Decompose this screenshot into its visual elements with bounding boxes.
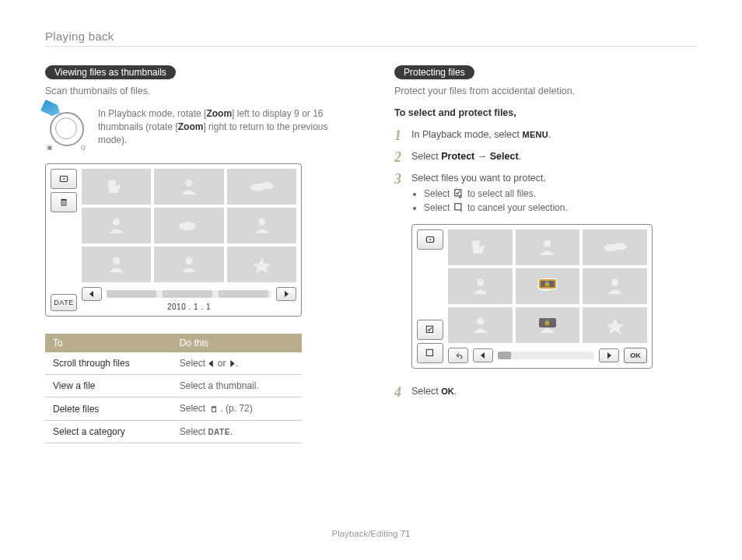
svg-rect-19	[212, 408, 216, 412]
svg-marker-18	[230, 360, 235, 367]
next-page-button[interactable]	[599, 348, 619, 362]
left-column: Viewing files as thumbnails Scan thumbna…	[45, 65, 348, 443]
thumbnail[interactable]	[154, 169, 223, 205]
thumbnail[interactable]	[583, 229, 647, 265]
thumbnail-grid	[82, 169, 296, 282]
next-page-button[interactable]	[276, 287, 296, 301]
deselect-button[interactable]	[417, 343, 443, 363]
trash-icon	[208, 404, 220, 415]
lcd-thumbnails-screen: DATE	[45, 163, 302, 317]
svg-point-30	[612, 243, 626, 250]
thumbnail-grid-protect: 🔒 🔒	[448, 229, 647, 343]
lcd-protect-screen: 🔒 🔒	[411, 224, 653, 369]
table-header-to: To	[45, 334, 172, 352]
thumbnail[interactable]	[516, 229, 580, 265]
svg-point-14	[185, 257, 192, 264]
content-columns: Viewing files as thumbnails Scan thumbna…	[45, 65, 697, 443]
svg-point-31	[477, 279, 484, 286]
deselect-icon	[453, 202, 465, 213]
steps-list: 1 In Playback mode, select MENU. 2 Selec…	[394, 129, 697, 397]
thumbnail[interactable]	[448, 307, 513, 343]
side-spacer	[417, 253, 443, 317]
thumbnail[interactable]	[227, 169, 296, 205]
select-all-icon: All	[453, 188, 465, 199]
scroll-track[interactable]	[498, 352, 594, 359]
side-spacer	[51, 215, 77, 291]
left-lead-text: Scan thumbnails of files.	[45, 86, 348, 96]
svg-point-12	[258, 219, 265, 226]
page-section-header: Playing back	[45, 30, 697, 43]
date-filter-button[interactable]: DATE	[51, 294, 77, 311]
svg-rect-23	[454, 204, 460, 210]
subheading: To select and protect files,	[394, 107, 697, 118]
thumbnail[interactable]	[82, 247, 151, 282]
svg-marker-16	[285, 291, 289, 297]
svg-point-28	[544, 240, 551, 247]
table-row: Delete files Select . (p. 72)	[45, 397, 302, 421]
right-column: Protecting files Protect your files from…	[394, 65, 697, 443]
thumbnail[interactable]	[227, 247, 296, 282]
ok-icon: OK	[441, 387, 454, 396]
thumbnail[interactable]	[448, 268, 513, 304]
cell-do: Select DATE.	[172, 421, 302, 443]
cell-to: Scroll through files	[45, 352, 172, 375]
svg-point-9	[259, 182, 273, 189]
thumbnail[interactable]: 🔒	[516, 307, 580, 343]
svg-rect-27	[426, 349, 432, 355]
lock-badge-selected: 🔒	[539, 279, 556, 289]
select-all-button[interactable]	[417, 320, 443, 340]
scroll-track[interactable]	[107, 290, 271, 298]
thumbnail[interactable]	[583, 307, 647, 343]
lock-badge: 🔒	[539, 318, 556, 327]
prev-page-button[interactable]	[82, 287, 102, 301]
thumbnail[interactable]	[82, 208, 151, 243]
table-row: View a file Select a thumbnail.	[45, 375, 302, 397]
cell-do: Select a thumbnail.	[172, 375, 302, 397]
svg-marker-36	[481, 352, 485, 359]
date-indicator: 2010 . 1 . 1	[82, 303, 296, 311]
table-header-do: Do this	[172, 334, 302, 352]
ok-button[interactable]: OK	[624, 348, 647, 363]
cell-do: Select . (p. 72)	[172, 397, 302, 421]
svg-rect-26	[426, 326, 432, 332]
delete-button[interactable]	[51, 192, 77, 212]
table-row: Select a category Select DATE.	[45, 421, 302, 443]
mode-button[interactable]	[51, 169, 77, 189]
svg-rect-3	[61, 199, 67, 200]
step-3-sub2: Select to cancel your selection.	[424, 202, 697, 213]
thumbnail[interactable]	[82, 169, 151, 205]
svg-point-7	[185, 180, 192, 187]
mode-button[interactable]	[417, 229, 443, 250]
svg-marker-1	[63, 178, 65, 180]
cell-do: Select or .	[172, 352, 302, 375]
page-footer: Playback/Editing 71	[0, 529, 742, 538]
svg-marker-17	[209, 360, 214, 367]
right-lead-text: Protect your files from accidental delet…	[394, 86, 697, 96]
thumbnail[interactable]	[583, 268, 647, 304]
cell-to: Delete files	[45, 397, 172, 421]
zoom-instruction-block: ▣Q In Playback mode, rotate [Zoom] left …	[45, 107, 348, 149]
step-3-sub1: Select All to select all files.	[424, 188, 697, 199]
table-row: Scroll through files Select or .	[45, 352, 302, 375]
svg-point-33	[611, 279, 618, 286]
thumbnail[interactable]	[448, 229, 513, 265]
header-rule	[45, 46, 697, 47]
step-3: 3 Select files you want to protect. Sele…	[394, 173, 697, 369]
actions-table: To Do this Scroll through files Select o…	[45, 334, 302, 443]
thumbnail[interactable]	[154, 247, 223, 282]
zoom-instruction-text: In Playback mode, rotate [Zoom] left to …	[98, 107, 348, 149]
prev-page-button[interactable]	[473, 348, 493, 362]
step-1: 1 In Playback mode, select MENU.	[394, 129, 697, 140]
svg-point-11	[179, 222, 196, 230]
svg-point-13	[113, 257, 120, 264]
thumbnail-selected[interactable]: 🔒	[516, 268, 580, 304]
step-2: 2 Select Protect → Select.	[394, 151, 697, 162]
svg-marker-25	[429, 239, 431, 240]
menu-icon: MENU	[522, 130, 548, 139]
thumbnail[interactable]	[227, 208, 296, 243]
svg-point-10	[113, 219, 120, 226]
thumbnail[interactable]	[154, 208, 223, 243]
cell-to: Select a category	[45, 421, 172, 443]
back-button[interactable]	[448, 348, 468, 363]
svg-text:All: All	[458, 195, 462, 199]
